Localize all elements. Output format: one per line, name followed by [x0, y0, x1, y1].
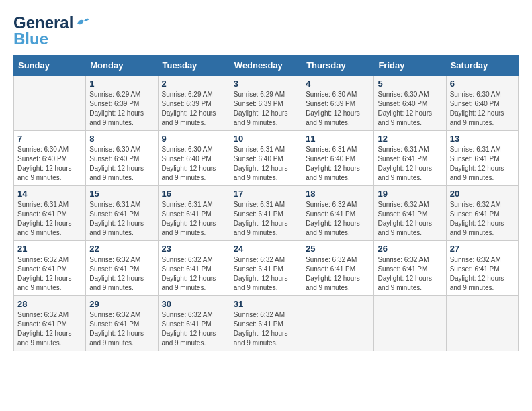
cell-info: Sunrise: 6:31 AM Sunset: 6:41 PM Dayligh…: [89, 200, 154, 238]
calendar-cell: 20Sunrise: 6:32 AM Sunset: 6:41 PM Dayli…: [446, 186, 518, 241]
day-number: 29: [89, 299, 154, 309]
cell-info: Sunrise: 6:32 AM Sunset: 6:41 PM Dayligh…: [234, 310, 298, 348]
day-number: 8: [89, 134, 154, 144]
cell-info: Sunrise: 6:30 AM Sunset: 6:40 PM Dayligh…: [17, 145, 82, 183]
cell-info: Sunrise: 6:31 AM Sunset: 6:40 PM Dayligh…: [234, 145, 298, 183]
calendar-cell: 24Sunrise: 6:32 AM Sunset: 6:41 PM Dayli…: [230, 241, 302, 296]
cell-info: Sunrise: 6:30 AM Sunset: 6:40 PM Dayligh…: [378, 90, 442, 128]
col-wednesday: Wednesday: [230, 56, 302, 76]
cell-info: Sunrise: 6:32 AM Sunset: 6:41 PM Dayligh…: [89, 310, 154, 348]
day-number: 12: [378, 134, 442, 144]
day-number: 27: [450, 244, 515, 254]
calendar-cell: 6Sunrise: 6:30 AM Sunset: 6:40 PM Daylig…: [446, 76, 518, 131]
day-number: 18: [306, 189, 370, 199]
day-number: 3: [234, 79, 298, 89]
logo-blue: Blue: [13, 30, 48, 48]
calendar-cell: 2Sunrise: 6:29 AM Sunset: 6:39 PM Daylig…: [158, 76, 230, 131]
week-row-3: 14Sunrise: 6:31 AM Sunset: 6:41 PM Dayli…: [14, 186, 519, 241]
header-row: Sunday Monday Tuesday Wednesday Thursday…: [14, 56, 519, 76]
calendar-cell: [14, 76, 86, 131]
day-number: 31: [234, 299, 298, 309]
day-number: 26: [378, 244, 442, 254]
calendar-cell: 13Sunrise: 6:31 AM Sunset: 6:41 PM Dayli…: [446, 131, 518, 186]
calendar-cell: 16Sunrise: 6:31 AM Sunset: 6:41 PM Dayli…: [158, 186, 230, 241]
cell-info: Sunrise: 6:32 AM Sunset: 6:41 PM Dayligh…: [306, 255, 370, 293]
header: General Blue: [13, 13, 519, 48]
calendar-cell: 14Sunrise: 6:31 AM Sunset: 6:41 PM Dayli…: [14, 186, 86, 241]
cell-info: Sunrise: 6:32 AM Sunset: 6:41 PM Dayligh…: [89, 255, 154, 293]
calendar-cell: 21Sunrise: 6:32 AM Sunset: 6:41 PM Dayli…: [14, 241, 86, 296]
calendar-cell: 17Sunrise: 6:31 AM Sunset: 6:41 PM Dayli…: [230, 186, 302, 241]
day-number: 24: [234, 244, 298, 254]
day-number: 13: [450, 134, 515, 144]
cell-info: Sunrise: 6:32 AM Sunset: 6:41 PM Dayligh…: [234, 255, 298, 293]
cell-info: Sunrise: 6:32 AM Sunset: 6:41 PM Dayligh…: [306, 200, 370, 238]
cell-info: Sunrise: 6:30 AM Sunset: 6:39 PM Dayligh…: [306, 90, 370, 128]
cell-info: Sunrise: 6:32 AM Sunset: 6:41 PM Dayligh…: [378, 255, 442, 293]
col-monday: Monday: [86, 56, 158, 76]
day-number: 9: [162, 134, 226, 144]
week-row-1: 1Sunrise: 6:29 AM Sunset: 6:39 PM Daylig…: [14, 76, 519, 131]
calendar-cell: 27Sunrise: 6:32 AM Sunset: 6:41 PM Dayli…: [446, 241, 518, 296]
cell-info: Sunrise: 6:32 AM Sunset: 6:41 PM Dayligh…: [17, 310, 82, 348]
calendar-cell: 4Sunrise: 6:30 AM Sunset: 6:39 PM Daylig…: [302, 76, 374, 131]
calendar-cell: 15Sunrise: 6:31 AM Sunset: 6:41 PM Dayli…: [86, 186, 158, 241]
cell-info: Sunrise: 6:31 AM Sunset: 6:41 PM Dayligh…: [450, 145, 515, 183]
calendar-cell: 1Sunrise: 6:29 AM Sunset: 6:39 PM Daylig…: [86, 76, 158, 131]
day-number: 28: [17, 299, 82, 309]
cell-info: Sunrise: 6:30 AM Sunset: 6:40 PM Dayligh…: [450, 90, 515, 128]
cell-info: Sunrise: 6:32 AM Sunset: 6:41 PM Dayligh…: [450, 255, 515, 293]
calendar-cell: [446, 296, 518, 351]
calendar-cell: 26Sunrise: 6:32 AM Sunset: 6:41 PM Dayli…: [374, 241, 446, 296]
cell-info: Sunrise: 6:29 AM Sunset: 6:39 PM Dayligh…: [162, 90, 226, 128]
calendar-cell: 30Sunrise: 6:32 AM Sunset: 6:41 PM Dayli…: [158, 296, 230, 351]
cell-info: Sunrise: 6:31 AM Sunset: 6:41 PM Dayligh…: [17, 200, 82, 238]
calendar-cell: 9Sunrise: 6:30 AM Sunset: 6:40 PM Daylig…: [158, 131, 230, 186]
day-number: 16: [162, 189, 226, 199]
week-row-2: 7Sunrise: 6:30 AM Sunset: 6:40 PM Daylig…: [14, 131, 519, 186]
logo: General Blue: [13, 13, 89, 48]
col-tuesday: Tuesday: [158, 56, 230, 76]
calendar-cell: 28Sunrise: 6:32 AM Sunset: 6:41 PM Dayli…: [14, 296, 86, 351]
calendar-cell: 11Sunrise: 6:31 AM Sunset: 6:40 PM Dayli…: [302, 131, 374, 186]
day-number: 21: [17, 244, 82, 254]
week-row-5: 28Sunrise: 6:32 AM Sunset: 6:41 PM Dayli…: [14, 296, 519, 351]
calendar-cell: [374, 296, 446, 351]
calendar-cell: 10Sunrise: 6:31 AM Sunset: 6:40 PM Dayli…: [230, 131, 302, 186]
calendar-cell: 19Sunrise: 6:32 AM Sunset: 6:41 PM Dayli…: [374, 186, 446, 241]
cell-info: Sunrise: 6:31 AM Sunset: 6:41 PM Dayligh…: [234, 200, 298, 238]
calendar-cell: 7Sunrise: 6:30 AM Sunset: 6:40 PM Daylig…: [14, 131, 86, 186]
col-thursday: Thursday: [302, 56, 374, 76]
day-number: 15: [89, 189, 154, 199]
calendar-cell: 5Sunrise: 6:30 AM Sunset: 6:40 PM Daylig…: [374, 76, 446, 131]
cell-info: Sunrise: 6:30 AM Sunset: 6:40 PM Dayligh…: [89, 145, 154, 183]
logo-bird-icon: [75, 17, 89, 29]
calendar-table: Sunday Monday Tuesday Wednesday Thursday…: [13, 55, 519, 351]
week-row-4: 21Sunrise: 6:32 AM Sunset: 6:41 PM Dayli…: [14, 241, 519, 296]
day-number: 11: [306, 134, 370, 144]
calendar-cell: 23Sunrise: 6:32 AM Sunset: 6:41 PM Dayli…: [158, 241, 230, 296]
day-number: 30: [162, 299, 226, 309]
cell-info: Sunrise: 6:31 AM Sunset: 6:40 PM Dayligh…: [306, 145, 370, 183]
calendar-cell: [302, 296, 374, 351]
calendar-cell: 25Sunrise: 6:32 AM Sunset: 6:41 PM Dayli…: [302, 241, 374, 296]
day-number: 6: [450, 79, 515, 89]
calendar-cell: 31Sunrise: 6:32 AM Sunset: 6:41 PM Dayli…: [230, 296, 302, 351]
cell-info: Sunrise: 6:32 AM Sunset: 6:41 PM Dayligh…: [17, 255, 82, 293]
day-number: 14: [17, 189, 82, 199]
col-friday: Friday: [374, 56, 446, 76]
calendar-cell: 29Sunrise: 6:32 AM Sunset: 6:41 PM Dayli…: [86, 296, 158, 351]
cell-info: Sunrise: 6:32 AM Sunset: 6:41 PM Dayligh…: [378, 200, 442, 238]
day-number: 19: [378, 189, 442, 199]
calendar-cell: 3Sunrise: 6:29 AM Sunset: 6:39 PM Daylig…: [230, 76, 302, 131]
day-number: 1: [89, 79, 154, 89]
day-number: 2: [162, 79, 226, 89]
calendar-cell: 8Sunrise: 6:30 AM Sunset: 6:40 PM Daylig…: [86, 131, 158, 186]
day-number: 17: [234, 189, 298, 199]
day-number: 5: [378, 79, 442, 89]
cell-info: Sunrise: 6:31 AM Sunset: 6:41 PM Dayligh…: [378, 145, 442, 183]
col-saturday: Saturday: [446, 56, 518, 76]
cell-info: Sunrise: 6:29 AM Sunset: 6:39 PM Dayligh…: [89, 90, 154, 128]
cell-info: Sunrise: 6:30 AM Sunset: 6:40 PM Dayligh…: [162, 145, 226, 183]
day-number: 23: [162, 244, 226, 254]
